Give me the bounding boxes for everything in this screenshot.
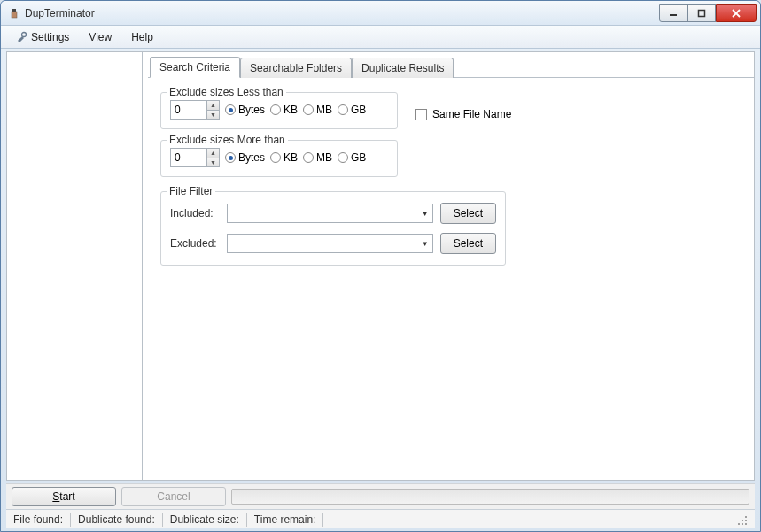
excluded-select-button[interactable]: Select [440, 233, 496, 254]
exclude-less-spinner[interactable]: ▲ ▼ [170, 100, 220, 120]
tab-searchable-folders[interactable]: Searchable Folders [240, 58, 352, 78]
menu-settings-label: Settings [31, 31, 69, 43]
radio-less-gb[interactable]: GB [338, 104, 366, 116]
spin-up-icon[interactable]: ▲ [206, 101, 219, 111]
exclude-less-label: Exclude sizes Less than [167, 86, 286, 98]
radio-more-kb[interactable]: KB [270, 151, 298, 164]
menu-help[interactable]: Help [122, 28, 162, 46]
file-filter-group: File Filter Included: ▼ Select Excluded: [160, 191, 506, 266]
status-dublicate-size: Dublicate size: [163, 513, 247, 527]
excluded-combo[interactable]: ▼ [227, 234, 433, 253]
statusbar: File found: Dublicate found: Dublicate s… [6, 509, 755, 528]
spin-up-icon[interactable]: ▲ [206, 149, 219, 158]
exclude-less-input[interactable] [171, 101, 206, 119]
radio-less-mb[interactable]: MB [303, 104, 332, 116]
tab-duplicate-results[interactable]: Duplicate Results [352, 58, 454, 78]
included-combo[interactable]: ▼ [227, 204, 433, 223]
radio-more-gb[interactable]: GB [338, 151, 366, 164]
included-label: Included: [170, 207, 220, 220]
status-time-remain: Time remain: [247, 513, 324, 527]
menu-settings[interactable]: Settings [6, 28, 78, 46]
start-button[interactable]: Start [12, 487, 116, 506]
spin-down-icon[interactable]: ▼ [206, 111, 219, 120]
minimize-button[interactable] [659, 4, 687, 22]
close-button[interactable] [716, 4, 757, 22]
tab-search-criteria[interactable]: Search Criteria [150, 57, 240, 78]
checkbox-box-icon [415, 109, 427, 120]
client-area: Search Criteria Searchable Folders Dupli… [6, 51, 755, 481]
svg-rect-1 [12, 12, 17, 18]
exclude-more-spinner[interactable]: ▲ ▼ [170, 148, 220, 167]
tabstrip: Search Criteria Searchable Folders Dupli… [148, 54, 754, 78]
spin-down-icon[interactable]: ▼ [206, 158, 219, 167]
file-filter-label: File Filter [167, 185, 215, 197]
included-select-button[interactable]: Select [440, 203, 496, 224]
action-bar: Start Cancel [6, 483, 755, 509]
exclude-more-input[interactable] [171, 149, 206, 166]
exclude-more-group: Exclude sizes More than ▲ ▼ [160, 140, 398, 177]
menubar: Settings View Help [1, 26, 760, 49]
right-panel: Search Criteria Searchable Folders Dupli… [143, 52, 754, 480]
chevron-down-icon[interactable]: ▼ [418, 204, 432, 222]
left-panel [7, 52, 143, 480]
exclude-more-label: Exclude sizes More than [167, 134, 288, 146]
resize-grip-icon[interactable] [737, 515, 749, 528]
tab-content: Exclude sizes Less than ▲ ▼ [143, 78, 754, 280]
radio-less-bytes[interactable]: Bytes [225, 104, 265, 116]
wrench-icon [15, 31, 27, 43]
status-dublicate-found: Dublicate found: [71, 513, 163, 527]
radio-more-bytes[interactable]: Bytes [225, 151, 265, 164]
svg-point-6 [22, 32, 27, 36]
radio-less-kb[interactable]: KB [270, 104, 298, 116]
titlebar[interactable]: DupTerminator [1, 1, 760, 26]
radio-more-mb[interactable]: MB [303, 151, 332, 164]
chevron-down-icon[interactable]: ▼ [418, 235, 432, 252]
exclude-less-group: Exclude sizes Less than ▲ ▼ [160, 92, 398, 129]
app-icon [8, 7, 20, 19]
same-file-name-checkbox[interactable]: Same File Name [415, 108, 511, 120]
status-file-found: File found: [12, 513, 71, 527]
svg-rect-0 [12, 9, 16, 12]
svg-rect-3 [699, 10, 705, 16]
cancel-button: Cancel [121, 487, 226, 506]
same-file-name-label: Same File Name [432, 108, 511, 120]
main-window: DupTerminator Settings View Help Search … [0, 0, 761, 532]
maximize-button[interactable] [687, 4, 716, 22]
window-title: DupTerminator [25, 7, 659, 19]
progress-bar [231, 489, 749, 505]
excluded-label: Excluded: [170, 237, 220, 250]
menu-view[interactable]: View [80, 28, 120, 46]
